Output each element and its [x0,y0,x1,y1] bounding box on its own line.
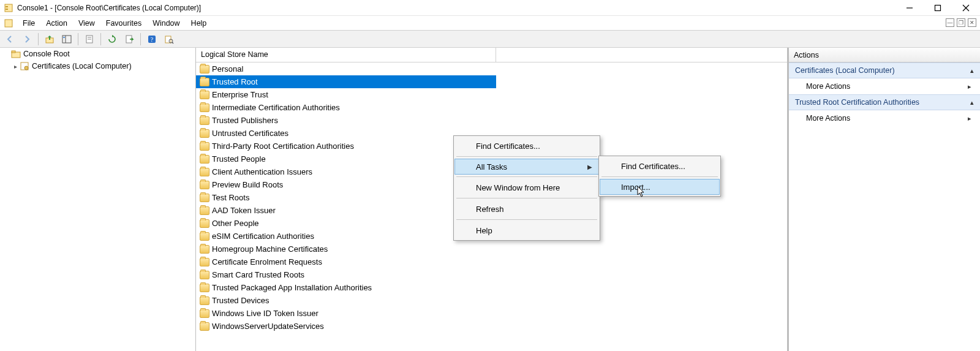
menu-help[interactable]: Help [186,17,213,29]
export-list-button[interactable] [122,32,137,47]
menu-view[interactable]: View [73,17,100,29]
folder-icon [200,284,209,292]
menu-file[interactable]: File [17,17,40,29]
list-item-label: Personal [212,64,243,74]
chevron-right-icon: ▸ [968,83,971,91]
svg-rect-7 [5,20,12,27]
list-item-label: Intermediate Certification Authorities [212,103,340,112]
list-item[interactable]: Enterprise Trust [196,88,787,101]
menu-window[interactable]: Window [147,17,185,29]
list-item-label: Client Authentication Issuers [212,167,312,176]
svg-rect-22 [12,51,15,53]
actions-link-label: More Actions [806,114,850,123]
collapse-arrow-icon[interactable]: ▴ [970,99,974,107]
folder-icon [200,194,209,202]
folder-icon [200,219,209,228]
folder-icon [200,116,209,125]
tree-root-item[interactable]: Console Root [0,48,195,60]
actions-more-actions-1[interactable]: More Actions ▸ [789,78,980,94]
svg-rect-1 [6,6,8,7]
list-header: Logical Store Name [196,48,787,62]
list-item[interactable]: Trusted Packaged App Installation Author… [196,281,787,294]
nav-back-button[interactable] [2,32,17,47]
list-item[interactable]: Trusted Devices [196,294,787,307]
minimize-button[interactable] [895,0,924,16]
list-item-label: Homegroup Machine Certificates [212,244,328,254]
menu-separator [456,219,597,220]
actions-pane: Actions Certificates (Local Computer) ▴ … [789,48,980,351]
list-item-label: Smart Card Trusted Roots [212,270,304,279]
context-menu-item[interactable]: Find Certificates... [455,138,598,154]
folder-icon [200,271,209,279]
refresh-button[interactable] [105,32,119,47]
folder-icon [200,168,209,176]
folder-icon [200,104,209,112]
column-header-logical-store[interactable]: Logical Store Name [196,48,496,62]
list-item-label: Untrusted Certificates [212,129,288,138]
list-item-label: Trusted Devices [212,296,269,305]
menu-separator [601,176,718,177]
folder-icon [200,232,209,241]
certificate-store-icon [20,61,29,71]
tree-root-label: Console Root [23,50,70,58]
list-item[interactable]: Personal [196,62,787,75]
context-submenu-item[interactable]: Import... [600,179,720,195]
context-submenu-item[interactable]: Find Certificates... [600,158,719,174]
folder-icon [200,245,209,254]
svg-rect-9 [62,36,71,43]
folder-icon [200,65,209,74]
list-item[interactable]: WindowsServerUpdateServices [196,320,787,333]
svg-rect-2 [6,9,8,10]
submenu-arrow-icon: ▶ [587,164,592,170]
folder-icon [200,322,209,331]
maximize-button[interactable] [924,0,952,16]
find-certificates-button[interactable] [162,32,176,47]
context-menu-item[interactable]: Refresh [455,201,598,217]
toolbar-separator [38,33,39,45]
list-item[interactable]: Trusted Publishers [196,114,787,127]
toolbar-separator [100,33,101,45]
list-item-label: Preview Build Roots [212,180,283,189]
mmc-doc-icon [4,18,13,28]
folder-icon [200,155,209,164]
mdi-restore-button[interactable]: ❐ [957,18,965,27]
list-item[interactable]: Certificate Enrolment Requests [196,255,787,268]
list-item[interactable]: Windows Live ID Token Issuer [196,307,787,320]
svg-text:?: ? [151,36,154,43]
collapse-arrow-icon[interactable]: ▴ [970,67,974,75]
menu-action[interactable]: Action [40,17,73,29]
list-item[interactable]: Homegroup Machine Certificates [196,243,787,255]
actions-section-label: Certificates (Local Computer) [795,66,895,75]
mdi-minimize-button[interactable]: — [946,18,954,27]
actions-more-actions-2[interactable]: More Actions ▸ [789,110,980,126]
list-item-label: WindowsServerUpdateServices [212,322,324,331]
list-item-label: Trusted People [212,154,266,164]
menu-favourites[interactable]: Favourites [100,17,147,29]
mdi-close-button[interactable]: ✕ [968,18,976,27]
list-item-label: Enterprise Trust [212,90,268,99]
actions-section-certificates[interactable]: Certificates (Local Computer) ▴ [789,62,980,78]
help-button[interactable]: ? [145,32,159,47]
chevron-right-icon[interactable]: ▸ [11,62,20,70]
list-item-label: AAD Token Issuer [212,206,276,215]
properties-button[interactable] [82,32,97,47]
main-area: Console Root ▸ Certificates (Local Compu… [0,48,980,351]
show-hide-tree-button[interactable] [59,32,74,47]
list-item[interactable]: Intermediate Certification Authorities [196,101,787,114]
nav-forward-button[interactable] [20,32,34,47]
context-menu-item[interactable]: New Window from Here [455,179,598,195]
tree-child-item[interactable]: ▸ Certificates (Local Computer) [0,60,195,72]
list-item[interactable]: Smart Card Trusted Roots [196,268,787,281]
folder-icon [200,206,209,215]
actions-pane-header: Actions [789,48,980,62]
menu-separator [456,198,597,198]
folder-icon [200,142,209,151]
context-menu-item[interactable]: Help [455,222,598,238]
context-menu-item[interactable]: All Tasks▶ [454,159,599,175]
close-button[interactable] [952,0,980,16]
actions-section-label: Trusted Root Certification Authorities [795,98,919,107]
actions-section-trusted-root[interactable]: Trusted Root Certification Authorities ▴ [789,94,980,110]
expander-icon[interactable] [2,50,11,58]
up-one-level-button[interactable] [42,32,57,47]
list-item[interactable]: Trusted Root [196,75,496,88]
